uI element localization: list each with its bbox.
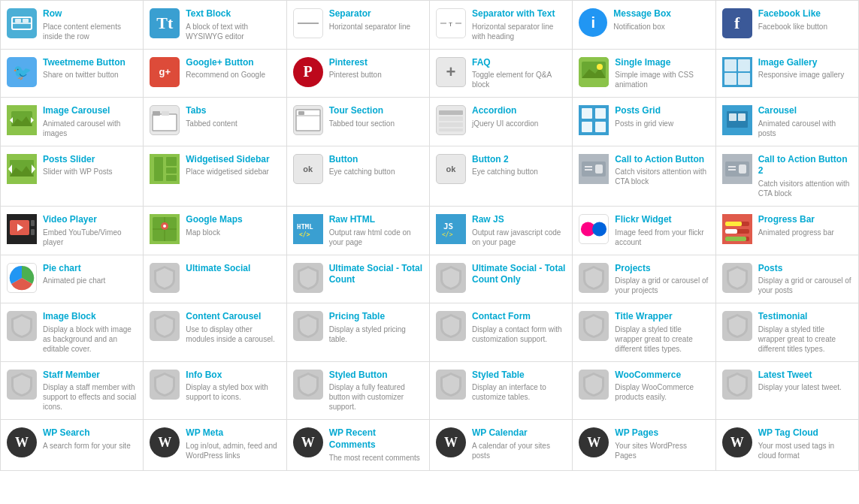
widget-cell-flickr-widget[interactable]: Flickr Widget Image feed from your flick… — [573, 207, 715, 255]
widget-cell-image-block[interactable]: Image Block Display a block with image a… — [1, 303, 144, 362]
widget-desc-title-wrapper: Display a styled title wrapper great to … — [615, 324, 709, 354]
widget-cell-staff-member[interactable]: Staff Member Display a staff member with… — [1, 362, 144, 421]
widget-cell-cta-button[interactable]: Call to Action Button Catch visitors att… — [573, 146, 715, 207]
widget-text-cta-button2: Call to Action Button 2 Catch visitors a… — [758, 154, 852, 198]
widget-cell-pie-chart[interactable]: Pie chart Animated pie chart — [1, 255, 144, 304]
widget-icon-image-block — [7, 311, 37, 341]
widget-cell-message-box[interactable]: i Message Box Notification box — [573, 1, 715, 50]
widget-icon-wp-pages: W — [579, 427, 609, 457]
widget-title-text-block: Text Block — [186, 8, 280, 20]
widget-cell-latest-tweet[interactable]: Latest Tweet Display your latest tweet. — [716, 362, 859, 421]
widget-cell-posts-slider[interactable]: Posts Slider Slider with WP Posts — [1, 146, 144, 207]
widget-cell-raw-html[interactable]: HTML</> Raw HTML Output raw html code on… — [287, 207, 430, 255]
widget-cell-ultimate-social-total-only[interactable]: Ultimate Social - Total Count Only — [430, 255, 573, 304]
widget-text-pricing-table: Pricing Table Display a styled pricing t… — [329, 311, 423, 344]
widget-title-button: Button — [329, 154, 423, 166]
widget-cell-progress-bar[interactable]: Progress Bar Animated progress bar — [716, 207, 859, 255]
widget-title-woocommerce: WooCommerce — [615, 370, 709, 382]
widget-text-flickr-widget: Flickr Widget Image feed from your flick… — [615, 214, 709, 247]
widget-cell-button2[interactable]: ok Button 2 Eye catching button — [430, 146, 573, 207]
widget-desc-staff-member: Display a staff member with support to e… — [43, 382, 137, 412]
widget-cell-styled-button[interactable]: Styled Button Display a fully featured b… — [287, 362, 430, 421]
widget-cell-ultimate-social[interactable]: Ultimate Social — [144, 255, 286, 304]
widget-desc-single-image: Simple image with CSS animation — [615, 70, 709, 89]
widget-cell-posts[interactable]: Posts Display a grid or carousel of your… — [716, 255, 859, 304]
widget-cell-title-wrapper[interactable]: Title Wrapper Display a styled title wra… — [573, 303, 715, 362]
widget-desc-styled-table: Display an interface to customize tables… — [472, 382, 566, 402]
widget-cell-wp-pages[interactable]: W WP Pages Your sites WordPress Pages — [573, 420, 715, 470]
svg-rect-30 — [439, 122, 463, 127]
widget-cell-tabs[interactable]: Tabs Tabbed content — [144, 98, 286, 146]
widget-text-testimonial: Testimonial Display a styled title wrapp… — [758, 311, 852, 354]
widget-title-ultimate-social-total-only: Ultimate Social - Total Count Only — [472, 263, 566, 286]
widget-cell-cta-button2[interactable]: Call to Action Button 2 Catch visitors a… — [716, 146, 859, 207]
widget-cell-wp-meta[interactable]: W WP Meta Log in/out, admin, feed and Wo… — [144, 420, 286, 470]
widget-icon-contact-form — [436, 311, 466, 341]
widget-cell-google-button[interactable]: g+ Google+ Button Recommend on Google — [144, 50, 286, 98]
widget-icon-wp-calendar: W — [436, 427, 466, 457]
widget-cell-pinterest[interactable]: P Pinterest Pinterest button — [287, 50, 430, 98]
widget-cell-projects[interactable]: Projects Display a grid or carousel of y… — [573, 255, 715, 304]
svg-rect-27 — [298, 111, 304, 115]
widget-title-single-image: Single Image — [615, 57, 709, 69]
widget-text-woocommerce: WooCommerce Display WooCommerce products… — [615, 370, 709, 403]
widget-text-ultimate-social-total: Ultimate Social - Total Count — [329, 263, 423, 288]
widget-icon-wp-meta: W — [150, 427, 180, 457]
widget-title-tabs: Tabs — [186, 105, 280, 117]
widget-cell-carousel[interactable]: Carousel Animated carousel with posts — [716, 98, 859, 146]
widget-cell-row[interactable]: Row Place content elements inside the ro… — [1, 1, 144, 50]
svg-rect-24 — [162, 111, 169, 116]
widget-cell-tweetmeme-button[interactable]: 🐦 Tweetmeme Button Share on twitter butt… — [1, 50, 144, 98]
widget-title-posts-slider: Posts Slider — [43, 154, 137, 166]
widget-cell-single-image[interactable]: Single Image Simple image with CSS anima… — [573, 50, 715, 98]
widget-title-tweetmeme-button: Tweetmeme Button — [43, 57, 137, 69]
widget-cell-tour-section[interactable]: Tour Section Tabbed tour section — [287, 98, 430, 146]
widget-cell-styled-table[interactable]: Styled Table Display an interface to cus… — [430, 362, 573, 421]
widget-cell-wp-calendar[interactable]: W WP Calendar A calendar of your sites p… — [430, 420, 573, 470]
widget-title-row: Row — [43, 8, 137, 20]
widget-title-ultimate-social: Ultimate Social — [186, 263, 280, 275]
widget-cell-testimonial[interactable]: Testimonial Display a styled title wrapp… — [716, 303, 859, 362]
widget-cell-video-player[interactable]: Video Player Embed YouTube/Vimeo player — [1, 207, 144, 255]
widget-cell-google-maps[interactable]: Google Maps Map block — [144, 207, 286, 255]
widget-text-posts-grid: Posts Grid Posts in grid view — [615, 105, 709, 128]
widget-cell-accordion[interactable]: Accordion jQuery UI accordion — [430, 98, 573, 146]
widget-title-google-button: Google+ Button — [186, 57, 280, 69]
widget-cell-pricing-table[interactable]: Pricing Table Display a styled pricing t… — [287, 303, 430, 362]
widget-icon-title-wrapper — [579, 311, 609, 341]
widget-text-single-image: Single Image Simple image with CSS anima… — [615, 57, 709, 90]
widget-cell-separator[interactable]: Separator Horizontal separator line — [287, 1, 430, 50]
widget-cell-posts-grid[interactable]: Posts Grid Posts in grid view — [573, 98, 715, 146]
widget-cell-separator-text[interactable]: T Separator with Text Horizontal separat… — [430, 1, 573, 50]
widget-desc-wp-recent-comments: The most recent comments — [329, 453, 423, 463]
widget-cell-facebook-like[interactable]: f Facebook Like Facebook like button — [716, 1, 859, 50]
widget-icon-raw-html: HTML</> — [293, 214, 323, 244]
widget-cell-image-carousel[interactable]: Image Carousel Animated carousel with im… — [1, 98, 144, 146]
widget-title-image-gallery: Image Gallery — [758, 57, 852, 69]
widget-cell-contact-form[interactable]: Contact Form Display a contact form with… — [430, 303, 573, 362]
widget-text-pinterest: Pinterest Pinterest button — [329, 57, 423, 80]
widget-desc-pie-chart: Animated pie chart — [43, 276, 137, 285]
widget-cell-wp-tag-cloud[interactable]: W WP Tag Cloud Your most used tags in cl… — [716, 420, 859, 470]
svg-rect-49 — [166, 167, 177, 174]
widget-cell-button[interactable]: ok Button Eye catching button — [287, 146, 430, 207]
widget-cell-content-carousel[interactable]: Content Carousel Use to display other mo… — [144, 303, 286, 362]
widget-text-wp-pages: WP Pages Your sites WordPress Pages — [615, 427, 709, 460]
widget-text-tweetmeme-button: Tweetmeme Button Share on twitter button — [43, 57, 137, 80]
widget-cell-ultimate-social-total[interactable]: Ultimate Social - Total Count — [287, 255, 430, 304]
widget-icon-posts — [722, 263, 752, 293]
widget-cell-text-block[interactable]: Tt Text Block A block of text with WYSIW… — [144, 1, 286, 50]
widget-cell-wp-search[interactable]: W WP Search A search form for your site — [1, 420, 144, 470]
widget-cell-faq[interactable]: + FAQ Toggle element for Q&A block — [430, 50, 573, 98]
widget-cell-wp-recent-comments[interactable]: W WP Recent Comments The most recent com… — [287, 420, 430, 470]
widget-title-wp-tag-cloud: WP Tag Cloud — [758, 427, 852, 439]
widget-cell-raw-js[interactable]: JS</> Raw JS Output raw javascript code … — [430, 207, 573, 255]
widget-cell-widgetised-sidebar[interactable]: Widgetised Sidebar Place widgetised side… — [144, 146, 286, 207]
widget-icon-wp-search: W — [7, 427, 37, 457]
widget-icon-message-box: i — [579, 8, 607, 37]
widget-text-ultimate-social: Ultimate Social — [186, 263, 280, 276]
widget-desc-button2: Eye catching button — [472, 167, 566, 177]
widget-cell-woocommerce[interactable]: WooCommerce Display WooCommerce products… — [573, 362, 715, 421]
widget-cell-info-box[interactable]: Info Box Display a styled box with suppo… — [144, 362, 286, 421]
widget-cell-image-gallery[interactable]: Image Gallery Responsive image gallery — [716, 50, 859, 98]
